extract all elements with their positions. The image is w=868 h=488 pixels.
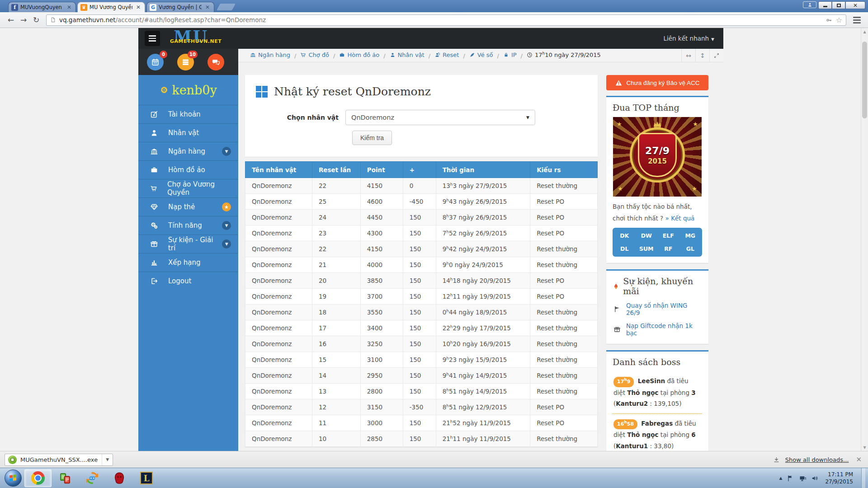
sidebar-item-label: Nhân vật	[168, 129, 199, 137]
event-link[interactable]: Nạp Giftcode nhận 1k bạc	[626, 322, 701, 337]
show-desktop-button[interactable]	[861, 468, 865, 488]
download-item[interactable]: MUGamethuVN_SSX....exe ▼	[5, 454, 113, 466]
reset-log-card: Nhật ký reset QnDoremonz Chọn nhân vật Q…	[245, 75, 598, 157]
table-cell: QnDoremonz	[245, 178, 312, 194]
breadcrumb-link-ip[interactable]: IP	[503, 52, 517, 58]
speaker-icon[interactable]	[811, 474, 819, 482]
tab-mu-vuong-quyen[interactable]: ♛ MU Vương Quyền - Game ✕	[77, 2, 145, 12]
character-select[interactable]: QnDoremonz ▼	[345, 110, 535, 125]
quick-links-dropdown[interactable]: Liên kết nhanh▼	[663, 35, 714, 42]
table-cell: Reset PO	[530, 225, 598, 241]
race-vote-sum[interactable]: SUM	[636, 242, 658, 255]
table-cell: 14	[312, 368, 360, 384]
race-vote-mg[interactable]: MG	[679, 229, 702, 242]
profile-button[interactable]	[803, 1, 816, 8]
breadcrumb-link-ng-n-h-ng[interactable]: Ngân hàng	[250, 52, 290, 58]
taskbar-garena-button[interactable]	[106, 469, 133, 487]
table-cell: 22	[312, 178, 360, 194]
chat-icon	[212, 58, 220, 66]
close-button[interactable]: ✕	[845, 1, 865, 9]
sidebar-item-x-p-h-ng[interactable]: Xếp hạng	[138, 253, 238, 272]
scroll-down-icon[interactable]: ▼	[861, 444, 868, 451]
site-logo[interactable]: MU GAMETHUVN.NET	[170, 29, 229, 47]
reload-button[interactable]: ↻	[30, 14, 42, 26]
tray-expand-icon[interactable]: ▲	[779, 476, 783, 480]
event-link[interactable]: Quay số nhận WING 26/9	[626, 302, 701, 316]
taskbar-notes-button[interactable]	[52, 469, 79, 487]
scrollbar-thumb[interactable]	[862, 42, 867, 118]
taskbar-game-booster-button[interactable]	[79, 469, 106, 487]
maximize-button[interactable]	[832, 1, 845, 9]
poll-result-link[interactable]: » Kết quả	[665, 215, 695, 222]
sidebar-item-s-ki-n-gi-i-tr-[interactable]: Sự kiện - Giải trí▼	[138, 235, 238, 253]
race-vote-rf[interactable]: RF	[657, 242, 679, 255]
check-button[interactable]: Kiểm tra	[352, 131, 392, 145]
table-cell: 13h3 ngày 27/9/2015	[436, 178, 530, 194]
sidebar-toggle-button[interactable]	[145, 31, 160, 46]
table-header: Point	[360, 162, 403, 178]
sidebar-item-t-i-kho-n[interactable]: Tài khoản	[138, 105, 238, 123]
breadcrumb-link-v-s-[interactable]: Vé số	[469, 52, 493, 58]
expand-icon[interactable]	[709, 49, 723, 62]
tab-facebook[interactable]: f MUVuongQuyen ✕	[8, 2, 76, 12]
sidebar-item-t-nh-n-ng[interactable]: Tính năng▼	[138, 216, 238, 235]
breadcrumb-separator: /	[521, 52, 523, 59]
action-center-flag-icon[interactable]	[787, 474, 794, 482]
race-vote-elf[interactable]: ELF	[657, 229, 679, 242]
address-bar[interactable]: vq.gamethuvn.net/account/#auth/logReset.…	[46, 14, 846, 26]
user-icon	[390, 52, 396, 58]
tab-game-thu[interactable]: G Vương Quyền | Game thủ ✕	[146, 2, 214, 12]
close-icon[interactable]: ✕	[135, 4, 142, 10]
race-vote-gl[interactable]: GL	[679, 242, 702, 255]
notification-badge: 0	[160, 51, 167, 58]
sidebar-item-n-p-th-[interactable]: Nạp thẻ★	[138, 197, 238, 216]
minimize-button[interactable]	[818, 1, 832, 9]
taskbar-clock[interactable]: 17:11 PM 27/9/2015	[825, 471, 853, 485]
table-cell: 22	[312, 241, 360, 257]
chevron-down-icon[interactable]: ▼	[102, 454, 113, 465]
edit-icon	[150, 110, 158, 118]
close-icon[interactable]: ✕	[854, 455, 863, 464]
table-cell: 21h52 ngày 11/9/2015	[436, 415, 530, 431]
network-icon[interactable]	[799, 474, 807, 482]
close-icon[interactable]: ✕	[204, 4, 211, 10]
taskbar-lol-button[interactable]: L	[133, 469, 160, 487]
breadcrumb-link-ch-[interactable]: Chợ đồ	[300, 52, 329, 58]
scroll-up-icon[interactable]: ▲	[861, 28, 868, 35]
sidebar-item-ch-o-v-ng-quy-n[interactable]: Chợ ảo Vương Quyền	[138, 179, 238, 197]
breadcrumb-link-nh-n-v-t[interactable]: Nhân vật	[390, 52, 425, 58]
new-tab-button[interactable]	[217, 4, 236, 10]
boss-time-badge: 16h58	[613, 419, 637, 430]
resize-vertical-icon[interactable]: ↕	[695, 49, 709, 62]
sidebar-item-ng-n-h-ng[interactable]: Ngân hàng▼	[138, 142, 238, 160]
breadcrumb-link-h-m-o[interactable]: Hòm đồ ảo	[339, 52, 379, 58]
chevron-down-icon: ▼	[222, 147, 231, 156]
race-vote-dk[interactable]: DK	[613, 229, 636, 242]
chat-button[interactable]	[208, 54, 224, 70]
calendar-button[interactable]: 0	[147, 54, 164, 70]
sidebar-item-h-m-o[interactable]: Hòm đồ ảo	[138, 160, 238, 179]
race-vote-dl[interactable]: DL	[613, 242, 636, 255]
bookmark-star-icon[interactable]: ☆	[836, 16, 842, 24]
close-icon[interactable]: ✕	[66, 4, 73, 10]
browser-menu-button[interactable]	[850, 14, 863, 26]
table-cell: 15	[312, 352, 360, 368]
table-cell: 25	[312, 194, 360, 210]
show-all-downloads-link[interactable]: Show all downloads...	[785, 456, 849, 463]
sidebar-item-logout[interactable]: Logout	[138, 272, 238, 290]
taskbar-chrome-button[interactable]	[24, 469, 52, 487]
forward-button[interactable]: →	[17, 14, 30, 26]
table-cell: 150	[403, 415, 436, 431]
table-cell: 150	[403, 305, 436, 320]
key-icon[interactable]	[826, 17, 832, 23]
download-arrow-icon	[773, 456, 780, 463]
sidebar-item-nh-n-v-t[interactable]: Nhân vật	[138, 123, 238, 142]
breadcrumb-link-reset[interactable]: Reset	[434, 52, 459, 58]
list-button[interactable]: 10	[177, 54, 194, 70]
back-button[interactable]: ←	[5, 14, 17, 26]
start-button[interactable]	[5, 469, 22, 487]
account-protection-warning-button[interactable]: Chưa đăng ký Bảo vệ ACC	[606, 75, 708, 90]
race-vote-dw[interactable]: DW	[636, 229, 658, 242]
scrollbar[interactable]: ▲ ▼	[861, 28, 868, 451]
resize-horizontal-icon[interactable]: ↔	[681, 49, 695, 62]
